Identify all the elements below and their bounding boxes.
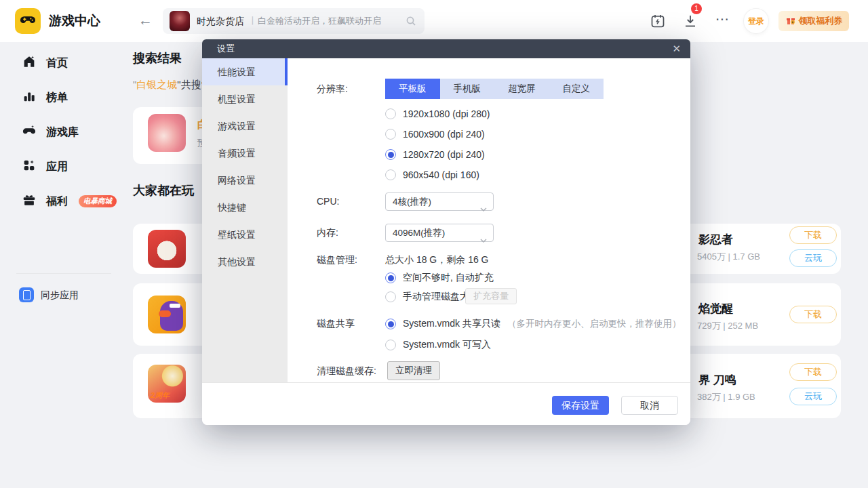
chevron-down-icon <box>480 231 487 235</box>
memory-label: 内存: <box>317 227 338 239</box>
sidebar-item-apps[interactable]: 应用 <box>22 158 68 176</box>
sync-apps-label[interactable]: 同步应用 <box>41 289 79 302</box>
gamepad-logo-icon <box>19 11 37 31</box>
calendar-icon[interactable] <box>650 13 666 29</box>
menu-item-game[interactable]: 游戏设置 <box>202 113 288 140</box>
game-title[interactable]: 影忍者 <box>698 232 733 247</box>
disk-summary: 总大小 18 G，剩余 16 G <box>385 254 488 266</box>
resolution-label: 分辨率: <box>317 83 348 96</box>
welfare-badge: 电暴商城 <box>79 195 117 207</box>
download-manager-icon[interactable] <box>682 13 698 29</box>
close-icon[interactable]: ✕ <box>672 39 681 58</box>
sidebar-item-library[interactable]: 游戏库 <box>22 123 79 141</box>
resolution-option-1600[interactable]: 1600x900 (dpi 240) <box>385 128 485 140</box>
disk-auto-label: 空间不够时, 自动扩充 <box>403 272 494 284</box>
login-button[interactable]: 登录 <box>744 9 768 33</box>
game-stats: 5405万 | 1.7 GB <box>697 251 760 263</box>
duck-beak-shape <box>159 310 171 317</box>
sidebar-item-home[interactable]: 首页 <box>22 54 68 72</box>
radio-icon-selected[interactable] <box>385 272 396 283</box>
duck-eye-shape <box>170 304 180 308</box>
settings-dialog: 设置 ✕ 性能设置 机型设置 游戏设置 音频设置 网络设置 快捷键 壁纸设置 其… <box>202 39 690 425</box>
menu-item-wallpaper[interactable]: 壁纸设置 <box>202 221 288 248</box>
cloud-play-button[interactable]: 云玩 <box>789 249 837 267</box>
radio-icon[interactable] <box>385 108 396 119</box>
share-readonly-label: System.vmdk 共享只读 <box>403 318 500 330</box>
cancel-button[interactable]: 取消 <box>621 396 678 415</box>
sidebar-item-ranking[interactable]: 榜单 <box>22 89 68 106</box>
menu-item-other[interactable]: 其他设置 <box>202 248 288 275</box>
radio-icon[interactable] <box>385 291 396 302</box>
tab-custom[interactable]: 自定义 <box>549 79 604 99</box>
sidebar-label-welfare: 福利 <box>46 195 68 209</box>
back-icon[interactable]: ← <box>138 12 153 28</box>
search-icon[interactable] <box>406 16 416 29</box>
radio-icon[interactable] <box>385 169 396 180</box>
search-promo-text: 白金翰活动开启，狂飙联动开启 <box>258 8 381 34</box>
cloud-play-button[interactable]: 云玩 <box>789 388 837 405</box>
download-button[interactable]: 下载 <box>789 226 837 244</box>
more-menu-icon[interactable]: ⋯ <box>715 11 729 27</box>
tab-phone[interactable]: 手机版 <box>440 79 495 99</box>
app-title: 游戏中心 <box>49 12 100 30</box>
resolution-tabbar: 平板版 手机版 超宽屏 自定义 <box>385 79 604 99</box>
expand-capacity-button[interactable]: 扩充容量 <box>465 288 517 304</box>
apps-icon <box>22 158 37 176</box>
game-icon-chicken[interactable] <box>148 230 186 268</box>
radio-icon[interactable] <box>385 340 396 350</box>
download-button[interactable]: 下载 <box>789 363 837 381</box>
game-title[interactable]: 界 刀鸣 <box>698 372 736 388</box>
topbar: 游戏中心 ← 时光杂货店 丨 白金翰活动开启，狂飙联动开启 1 ⋯ 登录 领取福… <box>0 0 868 42</box>
resolution-option-label: 1600x900 (dpi 240) <box>403 129 485 140</box>
sidebar-label-apps: 应用 <box>46 160 68 174</box>
login-label: 登录 <box>748 16 764 27</box>
search-keyword: 白银之城 <box>136 79 177 90</box>
menu-item-network[interactable]: 网络设置 <box>202 167 288 194</box>
resolution-option-1280[interactable]: 868x488 (dpi 240) <box>385 148 485 161</box>
download-button[interactable]: 下载 <box>789 306 837 323</box>
sidebar-item-welfare[interactable]: 福利 电暴商城 <box>22 192 117 210</box>
section-title-everyone-playing: 大家都在玩 <box>133 182 194 199</box>
radio-icon[interactable] <box>385 129 396 140</box>
memory-select-value: 4096M(推荐) <box>393 228 445 238</box>
game-title[interactable]: 焰觉醒 <box>698 301 733 317</box>
sync-apps-icon[interactable] <box>19 287 34 302</box>
result-game-icon[interactable] <box>148 114 186 152</box>
tab-ultrawide[interactable]: 超宽屏 <box>494 79 549 99</box>
share-writable-option[interactable]: System.vmdk 可写入 <box>385 339 491 351</box>
radio-icon-selected[interactable] <box>385 149 396 160</box>
tab-tablet[interactable]: 平板版 <box>385 79 440 99</box>
resolution-option-960[interactable]: 960x540 (dpi 160) <box>385 169 479 181</box>
coupon-button[interactable]: 领取福利券 <box>778 11 849 31</box>
gift-icon <box>22 192 37 210</box>
search-input[interactable]: 时光杂货店 丨 白金翰活动开启，狂飙联动开启 <box>163 8 425 34</box>
radio-icon-selected[interactable] <box>385 319 396 329</box>
share-readonly-note: （多开时内存更小、启动更快，推荐使用） <box>507 318 682 330</box>
menu-item-performance[interactable]: 性能设置 <box>202 58 288 85</box>
game-stats: 382万 | 1.9 GB <box>697 391 755 403</box>
share-writable-label: System.vmdk 可写入 <box>403 339 491 351</box>
save-settings-button[interactable]: 保存设置 <box>552 396 609 415</box>
menu-item-device-model[interactable]: 机型设置 <box>202 85 288 113</box>
cpu-select[interactable]: 4核(推荐) <box>385 192 494 211</box>
game-stats: 729万 | 252 MB <box>697 320 758 332</box>
cpu-label: CPU: <box>317 196 339 207</box>
disk-auto-expand-option[interactable]: 空间不够时, 自动扩充 <box>385 272 494 284</box>
clean-now-button[interactable]: 立即清理 <box>387 361 440 380</box>
dialog-header[interactable]: 设置 ✕ <box>202 39 690 58</box>
app-logo[interactable] <box>15 8 41 34</box>
menu-item-shortcuts[interactable]: 快捷键 <box>202 194 288 221</box>
game-icon-duck[interactable] <box>148 296 186 333</box>
search-separator: 丨 <box>248 8 257 34</box>
resolution-option-1920[interactable]: 1920x1080 (dpi 280) <box>385 108 490 120</box>
share-readonly-option[interactable]: System.vmdk 共享只读 （多开时内存更小、启动更快，推荐使用） <box>385 318 681 330</box>
memory-select[interactable]: 4096M(推荐) <box>385 224 494 242</box>
game-icon-anniversary[interactable]: 2周年 <box>148 365 186 403</box>
dialog-footer: 保存设置 取消 <box>202 382 690 425</box>
download-count-badge: 1 <box>691 3 702 14</box>
settings-content: 分辨率: 平板版 手机版 超宽屏 自定义 1920x1080 (dpi 280)… <box>288 58 690 383</box>
disk-management-label: 磁盘管理: <box>317 254 357 266</box>
resolution-option-label: 1920x1080 (dpi 280) <box>403 108 490 119</box>
menu-item-audio[interactable]: 音频设置 <box>202 140 288 167</box>
sidebar-label-library: 游戏库 <box>46 125 79 140</box>
